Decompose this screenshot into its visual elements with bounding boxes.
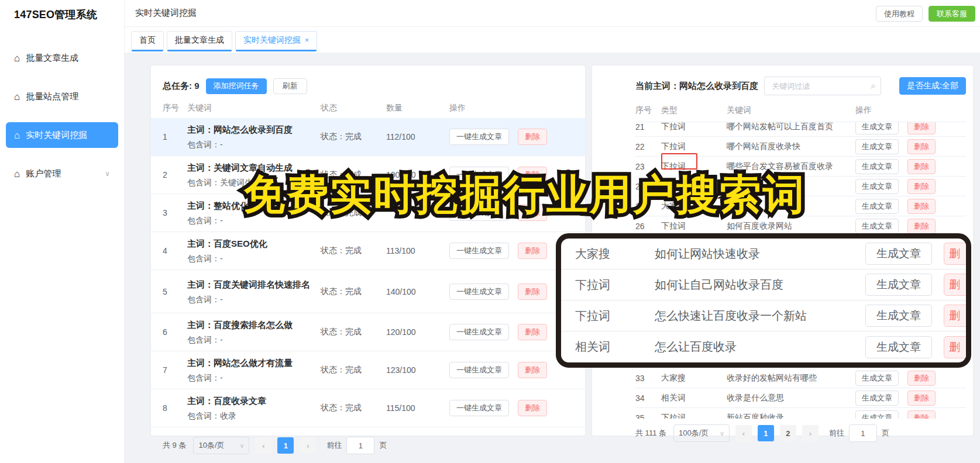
task-include-words: 包含词：- <box>187 295 321 305</box>
generate-article-button[interactable]: 一键生成文章 <box>449 243 509 259</box>
zoom-row: 下拉词 怎么快速让百度收录一个新站 生成文章 删 <box>561 300 966 331</box>
delete-button[interactable]: 删除 <box>518 129 547 145</box>
delete-button[interactable]: 删除 <box>907 371 936 386</box>
delete-button-partial: 删 <box>944 243 971 265</box>
keyword-type: 大家搜 <box>661 373 727 383</box>
delete-button[interactable]: 删除 <box>518 205 547 221</box>
row-no: 8 <box>163 403 187 413</box>
contact-support-button[interactable]: 联系客服 <box>929 6 975 22</box>
refresh-button[interactable]: 刷新 <box>273 78 307 94</box>
next-page-button[interactable]: › <box>802 425 819 441</box>
task-main-keyword: 主词：整站优化 <box>187 199 316 212</box>
delete-button[interactable]: 删除 <box>518 324 547 340</box>
delete-button[interactable]: 删除 <box>907 410 936 419</box>
sidebar-item-account[interactable]: ⌂ 账户管理 ∨ <box>6 161 118 186</box>
delete-button[interactable]: 删除 <box>518 167 547 183</box>
generate-article-button[interactable]: 一键生成文章 <box>449 362 509 378</box>
row-no: 6 <box>163 327 187 337</box>
delete-button[interactable]: 删除 <box>907 219 936 234</box>
delete-button[interactable]: 删除 <box>907 179 936 194</box>
sidebar-item-site-manage[interactable]: ⌂ 批量站点管理 <box>6 84 118 109</box>
row-no: 21 <box>635 122 661 132</box>
delete-button[interactable]: 删除 <box>518 284 547 300</box>
list-item: 35 下拉词 新站百度秒收录 生成文章删除 <box>635 408 966 419</box>
generate-article-button: 生成文章 <box>865 274 932 296</box>
generate-article-button[interactable]: 生成文章 <box>855 410 899 419</box>
goto-page-input[interactable] <box>849 424 877 442</box>
delete-button[interactable]: 删除 <box>907 139 936 154</box>
keyword-type: 下拉词 <box>661 122 727 132</box>
keyword-type: 相关词 <box>561 339 655 355</box>
generate-article-button[interactable]: 生成文章 <box>855 219 899 234</box>
generate-article-button[interactable]: 一键生成文章 <box>449 284 509 300</box>
sidebar-item-article-generate[interactable]: ⌂ 批量文章生成 <box>6 45 118 71</box>
generate-article-button: 生成文章 <box>865 336 932 358</box>
app-title: 147SEO管理系统 <box>0 0 124 22</box>
generate-article-button[interactable]: 一键生成文章 <box>449 400 509 416</box>
close-icon[interactable]: × <box>305 36 309 44</box>
zoom-row: 大家搜 如何让网站快速收录 生成文章 删 <box>561 239 966 269</box>
next-page-button[interactable]: › <box>300 437 316 454</box>
tab-keyword-mining[interactable]: 实时关键词挖掘× <box>235 31 317 51</box>
list-item: 33 大家搜 收录好的发帖网站有哪些 生成文章删除 <box>635 368 966 388</box>
delete-button[interactable]: 删除 <box>518 243 547 259</box>
task-status: 状态：完成 <box>321 327 386 337</box>
delete-button[interactable]: 删除 <box>907 159 936 174</box>
generate-article-button[interactable]: 生成文章 <box>855 139 899 154</box>
list-item: 23 下拉词 哪些平台发文容易被百度收录 生成文章删除 <box>635 157 966 177</box>
sidebar-item-keyword-mining[interactable]: ⌂ 实时关键词挖掘 <box>6 122 118 148</box>
tutorial-button[interactable]: 使用教程 <box>876 6 923 22</box>
generate-article-button[interactable]: 生成文章 <box>855 199 899 214</box>
page-suffix: 页 <box>379 440 387 451</box>
generate-article-button[interactable]: 一键生成文章 <box>449 324 509 340</box>
keyword-text: 哪个网站百度收录快 <box>727 141 855 152</box>
page-size-select[interactable]: 100条/页 ∨ <box>673 424 730 442</box>
page-number-1[interactable]: 1 <box>758 425 774 441</box>
goto-page-input[interactable] <box>346 437 374 454</box>
prev-page-button[interactable]: ‹ <box>735 425 752 441</box>
prev-page-button[interactable]: ‹ <box>255 437 271 454</box>
delete-button[interactable]: 删除 <box>518 400 547 416</box>
keyword-filter-input[interactable] <box>764 77 881 95</box>
home-icon: ⌂ <box>14 92 20 102</box>
generate-article-button[interactable]: 一键生成文章 <box>449 167 509 183</box>
tab-article-generate[interactable]: 批量文章生成 <box>167 31 232 51</box>
table-row: 3 主词：整站优化包含词：- 状态：完成 一键生成文章删除 <box>151 194 585 232</box>
row-no: 24 <box>635 182 661 191</box>
keywords-table-header: 序号 类型 关键词 操作 <box>635 96 966 122</box>
add-task-button[interactable]: 添加挖词任务 <box>206 78 267 94</box>
delete-button[interactable]: 删除 <box>518 362 547 378</box>
delete-button[interactable]: 删除 <box>907 199 936 214</box>
generate-article-button[interactable]: 生成文章 <box>855 122 899 134</box>
generate-article-button[interactable]: 生成文章 <box>855 371 899 386</box>
keyword-text: 如何让自己网站收录百度 <box>655 277 865 293</box>
generate-article-button[interactable]: 一键生成文章 <box>449 205 509 221</box>
tab-label: 首页 <box>139 35 156 44</box>
row-no: 2 <box>163 170 187 179</box>
col-status: 状态 <box>321 103 386 113</box>
delete-button[interactable]: 删除 <box>907 391 936 406</box>
keyword-type: 下拉词 <box>661 141 727 152</box>
row-no: 1 <box>163 132 187 141</box>
generate-all-button[interactable]: 是否生成:全部 <box>899 77 966 95</box>
keyword-type-annotated: 下拉词 <box>661 161 727 172</box>
tab-label: 批量文章生成 <box>175 35 224 44</box>
task-status: 状态：完成 <box>321 403 386 413</box>
page-number-1[interactable]: 1 <box>277 437 294 454</box>
sidebar-item-label: 批量站点管理 <box>26 91 78 102</box>
generate-article-button[interactable]: 生成文章 <box>855 159 899 174</box>
page-number-2[interactable]: 2 <box>780 425 796 441</box>
table-row: 2 主词：关键词文章自动生成包含词：关键词生成 状态：完成 100/100 一键… <box>151 156 585 194</box>
keyword-text: 如 <box>727 181 855 192</box>
generate-article-button[interactable]: 生成文章 <box>855 391 899 406</box>
home-icon: ⌂ <box>14 53 20 63</box>
delete-button[interactable]: 删除 <box>907 122 936 134</box>
home-icon: ⌂ <box>14 169 20 179</box>
tab-home[interactable]: 首页 <box>131 31 164 51</box>
col-type: 类型 <box>661 105 727 116</box>
generate-article-button[interactable]: 一键生成文章 <box>449 129 509 145</box>
table-row: 4 主词：百度SEO优化包含词：- 状态：完成 113/100 一键生成文章删除 <box>151 232 585 270</box>
page-size-select[interactable]: 10条/页 ∨ <box>193 437 249 454</box>
task-include-words: 包含词：关键词生成 <box>187 178 321 188</box>
generate-article-button[interactable]: 生成文章 <box>855 179 899 194</box>
